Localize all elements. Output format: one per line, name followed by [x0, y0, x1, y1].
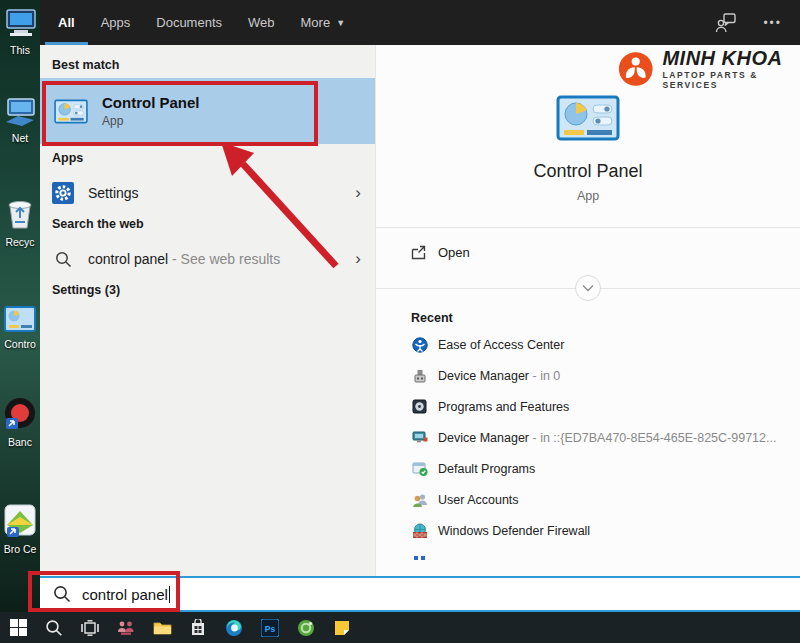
search-web-header: Search the web: [52, 217, 375, 231]
sticky-notes-button[interactable]: [324, 612, 360, 643]
settings-gear-icon: [52, 182, 74, 204]
recent-item-label: Ease of Access Center: [438, 338, 564, 352]
results-panel: Best match Control Panel App: [40, 45, 375, 576]
recent-item[interactable]: Device Manager - in 0: [376, 360, 800, 391]
best-match-header: Best match: [52, 58, 375, 72]
recent-item[interactable]: Windows Defender Firewall: [376, 515, 800, 546]
task-view-icon: [81, 620, 99, 636]
desktop-icon-label: Recyc: [0, 237, 40, 248]
search-icon: [53, 585, 71, 603]
search-window: All Apps Documents Web More ▼ •••: [40, 0, 800, 612]
tab-more[interactable]: More ▼: [288, 0, 359, 45]
brand-name: MINH KHOA: [662, 48, 800, 68]
network-icon: [4, 96, 36, 126]
tab-label: Documents: [156, 15, 222, 30]
default-programs-icon: [411, 461, 428, 477]
tab-label: More: [301, 15, 331, 30]
tabbar-actions: •••: [715, 0, 782, 45]
desktop-icon-recycle-bin[interactable]: Recyc: [0, 198, 40, 248]
best-match-subtitle: App: [102, 114, 200, 128]
search-tabbar: All Apps Documents Web More ▼ •••: [40, 0, 800, 45]
browser-app-icon: [3, 503, 37, 537]
recent-item-label: Device Manager - in ::{ED7BA470-8E54-465…: [438, 431, 776, 445]
recent-item-label: Default Programs: [438, 462, 535, 476]
tab-all[interactable]: All: [45, 0, 88, 45]
feedback-icon[interactable]: [715, 12, 737, 34]
preview-subtitle: App: [376, 189, 800, 203]
recent-item[interactable]: Default Programs: [376, 453, 800, 484]
this-pc-icon: [4, 8, 36, 38]
desktop-icon-this-pc[interactable]: This: [0, 8, 40, 56]
people-app-button[interactable]: [108, 612, 144, 643]
search-icon: [45, 619, 63, 637]
ease-of-access-icon: [411, 337, 428, 353]
watermark: MINH KHOA LAPTOP PARTS & SERVICES: [618, 48, 800, 90]
user-accounts-icon: [411, 492, 428, 508]
taskbar-search-input[interactable]: control panel: [40, 576, 800, 612]
start-button[interactable]: [0, 612, 36, 643]
sticky-notes-icon: [334, 620, 350, 636]
desktop-icon-browser[interactable]: Bro Ce: [0, 503, 40, 555]
chevron-down-icon: [582, 284, 594, 292]
web-query: control panel: [88, 251, 168, 267]
clipped-icon: [411, 554, 428, 570]
chevron-right-icon[interactable]: ›: [355, 249, 361, 269]
recent-item[interactable]: Ease of Access Center: [376, 329, 800, 360]
tab-web[interactable]: Web: [235, 0, 288, 45]
result-web-search[interactable]: control panel - See web results ›: [40, 237, 375, 281]
chevron-right-icon[interactable]: ›: [355, 183, 361, 203]
search-icon: [52, 251, 74, 268]
text-caret: [169, 586, 170, 603]
chevron-down-icon: ▼: [336, 18, 345, 28]
recent-item[interactable]: Device Manager - in ::{ED7BA470-8E54-465…: [376, 422, 800, 453]
best-match-title: Control Panel: [102, 94, 200, 111]
desktop-icon-label: This: [0, 45, 40, 56]
recent-item[interactable]: User Accounts: [376, 484, 800, 515]
desktop-icon-control-panel[interactable]: Contro: [0, 306, 40, 350]
expand-chevron-button[interactable]: [575, 275, 601, 301]
green-app-button[interactable]: [288, 612, 324, 643]
tab-documents[interactable]: Documents: [143, 0, 235, 45]
open-icon: [411, 245, 426, 260]
photoshop-icon: Ps: [261, 619, 279, 637]
recent-item-label: Windows Defender Firewall: [438, 524, 590, 538]
device-manager-icon: [411, 369, 428, 383]
taskbar-search-button[interactable]: [36, 612, 72, 643]
recent-item-partial[interactable]: [376, 546, 800, 576]
recent-item[interactable]: Programs and Features: [376, 391, 800, 422]
firewall-icon: [411, 523, 428, 539]
desktop-icon-label: Net: [0, 133, 40, 144]
desktop-icon-bandicam[interactable]: Banc: [0, 396, 40, 448]
desktop-icon-network[interactable]: Net: [0, 96, 40, 144]
photoshop-button[interactable]: Ps: [252, 612, 288, 643]
result-label: control panel - See web results: [88, 251, 280, 267]
edge-icon: [225, 619, 243, 637]
result-label: Settings: [88, 185, 139, 201]
file-explorer-button[interactable]: [144, 612, 180, 643]
desktop: This Net Recyc Contr: [0, 0, 40, 612]
bandicam-icon: [3, 396, 37, 430]
watermark-text: MINH KHOA LAPTOP PARTS & SERVICES: [662, 48, 800, 90]
taskbar: Ps: [0, 612, 800, 643]
recent-item-label: User Accounts: [438, 493, 519, 507]
file-explorer-icon: [153, 620, 172, 636]
tab-apps[interactable]: Apps: [88, 0, 144, 45]
best-match-result[interactable]: Control Panel App: [40, 78, 375, 144]
recycle-bin-icon: [5, 198, 35, 230]
device-manager-icon: [411, 431, 428, 445]
screen: This Net Recyc Contr: [0, 0, 800, 643]
microsoft-store-button[interactable]: [180, 612, 216, 643]
task-view-button[interactable]: [72, 612, 108, 643]
more-options-icon[interactable]: •••: [763, 16, 782, 30]
open-action[interactable]: Open: [376, 228, 800, 276]
minhkhoa-logo-icon: [618, 49, 653, 89]
tab-label: All: [58, 15, 75, 30]
recent-item-label: Device Manager - in 0: [438, 369, 560, 383]
edge-button[interactable]: [216, 612, 252, 643]
desktop-icon-label: Contro: [0, 339, 40, 350]
web-suffix: - See web results: [172, 251, 280, 267]
result-settings[interactable]: Settings ›: [40, 171, 375, 215]
tab-label: Apps: [101, 15, 131, 30]
programs-and-features-icon: [411, 399, 428, 414]
search-results-body: Best match Control Panel App: [40, 45, 800, 576]
